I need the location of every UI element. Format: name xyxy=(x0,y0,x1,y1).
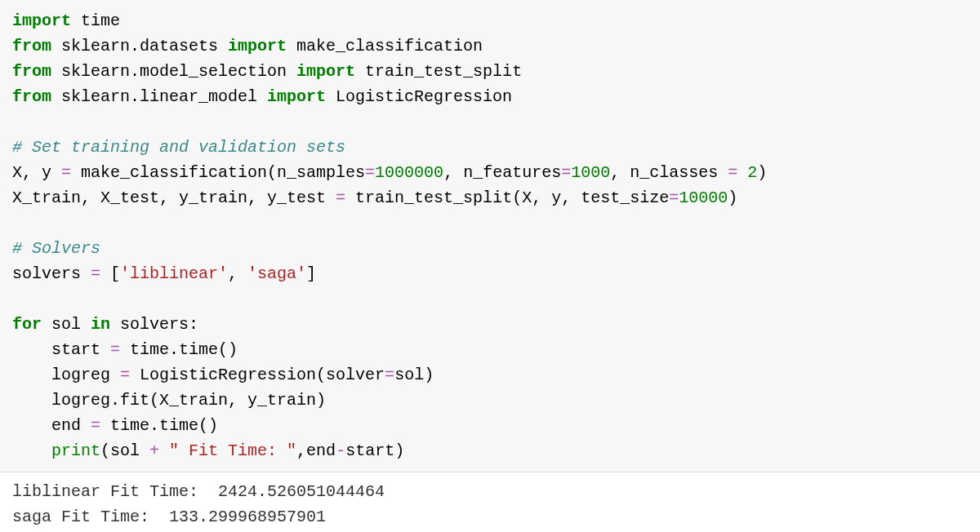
code-line: solvers = ['liblinear', 'saga'] xyxy=(12,264,316,283)
code-line: end = time.time() xyxy=(12,416,218,435)
code-line: X_train, X_test, y_train, y_test = train… xyxy=(12,188,737,207)
code-line: from sklearn.model_selection import trai… xyxy=(12,62,522,81)
code-line: from sklearn.linear_model import Logisti… xyxy=(12,87,512,106)
code-line: X, y = make_classification(n_samples=100… xyxy=(12,163,767,182)
output-line: liblinear Fit Time: 2424.526051044464 xyxy=(12,482,385,501)
code-line: import time xyxy=(12,11,120,30)
code-line: logreg.fit(X_train, y_train) xyxy=(12,391,326,410)
code-line: # Solvers xyxy=(12,239,100,258)
code-line: for sol in solvers: xyxy=(12,315,198,334)
code-line: logreg = LogisticRegression(solver=sol) xyxy=(12,366,434,384)
output-line: saga Fit Time: 133.299968957901 xyxy=(12,508,326,526)
code-cell: import time from sklearn.datasets import… xyxy=(0,0,980,472)
code-line: from sklearn.datasets import make_classi… xyxy=(12,37,483,55)
code-line: print(sol + " Fit Time: ",end-start) xyxy=(12,441,404,460)
output-cell: liblinear Fit Time: 2424.526051044464 sa… xyxy=(0,472,980,532)
code-line: start = time.time() xyxy=(12,340,238,359)
code-line: # Set training and validation sets xyxy=(12,138,345,157)
